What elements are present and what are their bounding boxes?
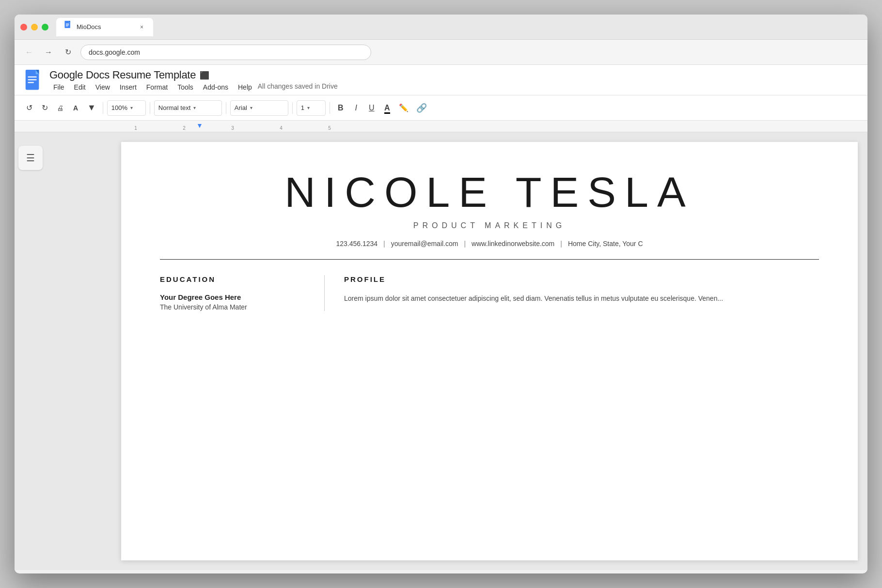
contact-sep-2: | (464, 240, 466, 248)
resume-body: EDUCATION Your Degree Goes Here The Univ… (160, 275, 819, 311)
profile-heading: PROFILE (344, 275, 819, 283)
menu-tools[interactable]: Tools (173, 81, 197, 93)
forward-button[interactable]: → (42, 46, 55, 59)
link-button[interactable]: 🔗 (413, 100, 430, 116)
docs-menu-bar: File Edit View Insert Format Tools Add-o… (49, 81, 338, 93)
menu-insert[interactable]: Insert (116, 81, 141, 93)
contact-location: Home City, State, Your C (568, 240, 643, 248)
undo-button[interactable]: ↺ (22, 100, 36, 116)
italic-button[interactable]: I (349, 100, 363, 116)
ruler-mark-5: 5 (305, 125, 354, 132)
svg-rect-7 (28, 79, 36, 80)
address-input[interactable] (80, 45, 371, 60)
menu-edit[interactable]: Edit (70, 81, 90, 93)
ruler-label-4: 4 (280, 125, 283, 131)
ruler-mark-3: 3 (208, 125, 257, 132)
tab-close-button[interactable]: × (138, 23, 145, 31)
docs-title-section: Google Docs Resume Template ⬛ File Edit … (49, 69, 338, 93)
inactive-tab[interactable] (155, 18, 194, 36)
title-bar: MioDocs × (15, 15, 867, 40)
menu-format[interactable]: Format (142, 81, 172, 93)
contact-sep-3: | (560, 240, 562, 248)
docs-filename: Google Docs Resume Template ⬛ (49, 69, 338, 81)
resume-contact: 123.456.1234 | youremail@email.com | www… (160, 240, 819, 248)
ruler-mark-4: 4 (257, 125, 305, 132)
contact-sep-1: | (383, 240, 385, 248)
toolbar-divider-4 (292, 102, 293, 114)
ruler: 1 2 3 4 5 ▼ (15, 121, 867, 132)
svg-rect-4 (66, 26, 68, 26)
toc-sidebar: ☰ (15, 142, 111, 560)
contact-email: youremail@email.com (391, 240, 458, 248)
font-size-select[interactable]: 1 ▾ (297, 100, 326, 116)
education-degree: Your Degree Goes Here (160, 293, 305, 301)
style-value: Normal text (158, 104, 190, 111)
active-tab[interactable]: MioDocs × (56, 18, 153, 36)
format-clear-button[interactable]: ▼ (84, 100, 99, 116)
maximize-button[interactable] (42, 24, 48, 31)
tab-docs-icon (64, 21, 73, 33)
contact-phone: 123.456.1234 (336, 240, 378, 248)
browser-window: MioDocs × ← → ↻ (15, 15, 867, 573)
font-size-chevron: ▾ (307, 105, 310, 110)
style-chevron: ▾ (193, 105, 196, 110)
refresh-button[interactable]: ↻ (61, 46, 75, 59)
back-button[interactable]: ← (22, 46, 36, 59)
toolbar: ↺ ↻ 🖨 A ▼ 100% ▾ Normal text ▾ Arial ▾ 1… (15, 95, 867, 121)
docs-title-row: Google Docs Resume Template ⬛ File Edit … (24, 69, 858, 93)
toolbar-divider-5 (330, 102, 330, 114)
close-button[interactable] (20, 24, 27, 31)
font-family-select[interactable]: Arial ▾ (230, 100, 288, 116)
save-status: All changes saved in Drive (258, 82, 338, 92)
tab-bar: MioDocs × (56, 18, 862, 36)
ruler-tab-marker: ▼ (196, 122, 203, 129)
resume-title: PRODUCT MARKETING (160, 221, 819, 230)
minimize-button[interactable] (31, 24, 38, 31)
profile-section: PROFILE Lorem ipsum dolor sit amet conse… (325, 275, 819, 311)
ruler-mark-1: 1 (111, 125, 160, 132)
svg-rect-3 (66, 25, 69, 25)
zoom-select[interactable]: 100% ▾ (107, 100, 146, 116)
svg-rect-2 (66, 23, 69, 24)
toolbar-divider-2 (150, 102, 150, 114)
contact-website: www.linkedinorwebsite.com (472, 240, 554, 248)
ruler-label-3: 3 (231, 125, 234, 131)
menu-addons[interactable]: Add-ons (199, 81, 232, 93)
menu-view[interactable]: View (92, 81, 114, 93)
underline-button[interactable]: U (365, 100, 378, 116)
font-chevron: ▾ (250, 105, 252, 110)
print-button[interactable]: 🖨 (53, 100, 67, 116)
zoom-value: 100% (111, 104, 127, 111)
window-controls (20, 24, 48, 31)
folder-icon[interactable]: ⬛ (200, 71, 209, 80)
paint-format-button[interactable]: A (69, 100, 82, 116)
bold-button[interactable]: B (334, 100, 347, 116)
education-heading: EDUCATION (160, 275, 305, 283)
filename-text[interactable]: Google Docs Resume Template (49, 69, 196, 81)
toc-icon: ☰ (26, 152, 35, 164)
resume-name: NICOLE TESLA (160, 171, 819, 214)
highlight-button[interactable]: ✏️ (396, 100, 411, 116)
svg-rect-8 (28, 82, 34, 83)
docs-app-icon (24, 69, 44, 93)
docs-header: Google Docs Resume Template ⬛ File Edit … (15, 65, 867, 95)
resume-divider (160, 259, 819, 260)
education-section: EDUCATION Your Degree Goes Here The Univ… (160, 275, 325, 311)
menu-help[interactable]: Help (234, 81, 256, 93)
toc-button[interactable]: ☰ (18, 146, 43, 170)
ruler-marks: 1 2 3 4 5 (15, 121, 867, 132)
font-color-button[interactable]: A (380, 100, 394, 116)
font-size-value: 1 (301, 104, 304, 111)
profile-text: Lorem ipsum dolor sit amet consectetuer … (344, 293, 819, 304)
doc-area: ☰ NICOLE TESLA PRODUCT MARKETING 123.456… (15, 132, 867, 570)
redo-button[interactable]: ↻ (38, 100, 51, 116)
education-school: The University of Alma Mater (160, 303, 305, 311)
style-select[interactable]: Normal text ▾ (154, 100, 222, 116)
ruler-label-2: 2 (183, 125, 186, 131)
menu-file[interactable]: File (49, 81, 68, 93)
font-value: Arial (235, 104, 247, 111)
zoom-chevron: ▾ (130, 105, 133, 110)
doc-paper[interactable]: NICOLE TESLA PRODUCT MARKETING 123.456.1… (121, 142, 858, 560)
toolbar-divider-1 (103, 102, 103, 114)
svg-rect-6 (28, 77, 36, 77)
